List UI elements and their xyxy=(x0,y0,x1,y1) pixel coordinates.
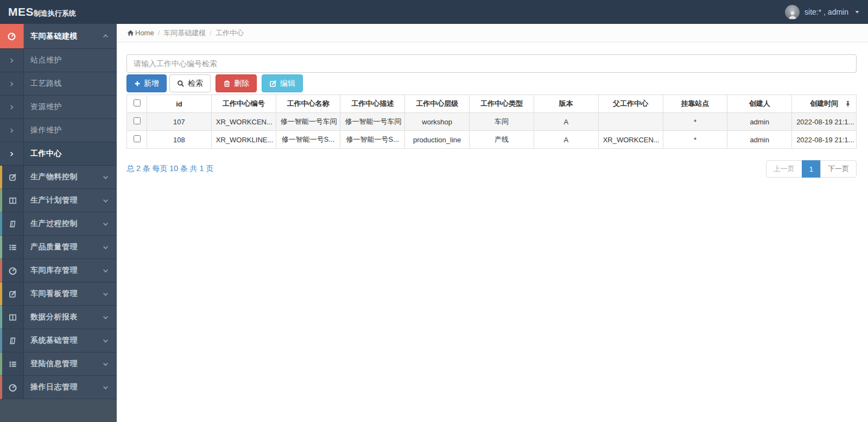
breadcrumb-item: 车间基础建模 xyxy=(163,28,206,38)
sidebar-item-label: 工作中心 xyxy=(24,142,117,165)
cell-version: A xyxy=(534,113,598,131)
cell-name: 修一智能一号S... xyxy=(276,131,340,149)
chevron-down-icon xyxy=(102,361,109,368)
edit-icon xyxy=(9,173,17,181)
table-row: 107 XR_WORKCEN... 修一智能一号车间 修一智能一号车间 work… xyxy=(127,113,857,131)
column-header-name: 工作中心名称 xyxy=(276,95,340,113)
table-header-row: id 工作中心编号 工作中心名称 工作中心描述 工作中心层级 工作中心类型 版本… xyxy=(127,95,857,113)
add-button[interactable]: 新增 xyxy=(126,74,167,92)
user-label: site:* , admin xyxy=(804,8,848,16)
chevron-down-icon xyxy=(102,337,109,344)
sidebar: 车间基础建模 站点维护 工艺路线 资源维护 操作维护 工作中心 生产物料控制 xyxy=(0,24,117,422)
delete-button-label: 删除 xyxy=(234,79,249,89)
search-button[interactable]: 检索 xyxy=(169,74,211,92)
edit-button[interactable]: 编辑 xyxy=(262,74,303,92)
pagination-summary[interactable]: 总 2 条 每页 10 条 共 1 页 xyxy=(126,164,213,174)
plus-icon xyxy=(134,80,141,87)
breadcrumb-item-current: 工作中心 xyxy=(216,28,244,38)
sidebar-item-work-center[interactable]: 工作中心 xyxy=(0,142,117,166)
search-button-label: 检索 xyxy=(188,79,203,89)
sidebar-group-label: 数据分析报表 xyxy=(24,306,102,329)
row-checkbox[interactable] xyxy=(134,135,141,142)
pagination-prev-button[interactable]: 上一页 xyxy=(766,160,802,178)
cell-creator: admin xyxy=(727,113,792,131)
row-select-cell xyxy=(127,131,147,149)
sidebar-item-resource-maintenance[interactable]: 资源维护 xyxy=(0,96,117,119)
sidebar-item-station-maintenance[interactable]: 站点维护 xyxy=(0,49,117,72)
edit-icon xyxy=(9,290,17,298)
sidebar-group-system-management[interactable]: 系统基础管理 xyxy=(0,329,117,352)
sidebar-group-material-control[interactable]: 生产物料控制 xyxy=(0,166,117,189)
cell-id: 107 xyxy=(147,113,212,131)
chevron-down-icon xyxy=(102,314,109,321)
edit-button-label: 编辑 xyxy=(280,79,295,89)
column-header-level: 工作中心层级 xyxy=(405,95,470,113)
breadcrumb-home[interactable]: Home xyxy=(127,29,154,37)
row-select-cell xyxy=(127,113,147,131)
column-header-created-time: 创建时间 xyxy=(792,95,857,113)
breadcrumb-home-label: Home xyxy=(135,29,154,37)
angle-right-icon xyxy=(9,128,15,134)
sidebar-group-login-info[interactable]: 登陆信息管理 xyxy=(0,352,117,376)
pager: 上一页 1 下一页 xyxy=(766,160,857,178)
chevron-up-icon xyxy=(102,33,109,40)
cell-parent: XR_WORKCEN... xyxy=(598,131,663,149)
angle-right-icon xyxy=(9,104,15,110)
pin-icon[interactable] xyxy=(845,100,851,107)
column-header-version: 版本 xyxy=(534,95,598,113)
list-icon xyxy=(9,243,17,251)
cell-description: 修一智能一号S... xyxy=(340,131,405,149)
sidebar-item-process-route[interactable]: 工艺路线 xyxy=(0,72,117,96)
cell-level: workshop xyxy=(405,113,470,131)
sidebar-group-inventory-management[interactable]: 车间库存管理 xyxy=(0,259,117,282)
chevron-down-icon xyxy=(102,174,109,181)
pagination-next-button[interactable]: 下一页 xyxy=(820,160,857,178)
angle-right-icon xyxy=(9,151,15,157)
breadcrumb-separator: / xyxy=(158,29,160,37)
pencil-square-icon xyxy=(269,80,277,87)
sidebar-item-operation-maintenance[interactable]: 操作维护 xyxy=(0,119,117,142)
sidebar-group-label: 车间看板管理 xyxy=(24,282,102,305)
toolbar: 新增 检索 删除 编辑 xyxy=(126,74,857,92)
sidebar-item-label: 操作维护 xyxy=(24,119,117,142)
search-input[interactable] xyxy=(126,54,857,73)
chevron-down-icon xyxy=(102,267,109,274)
sidebar-group-quality-management[interactable]: 产品质量管理 xyxy=(0,236,117,259)
chevron-down-icon xyxy=(102,244,109,251)
sidebar-group-workshop-modeling[interactable]: 车间基础建模 xyxy=(0,24,117,49)
app-logo: MES制造执行系统 xyxy=(8,5,76,18)
select-all-cell xyxy=(127,95,147,113)
column-header-type: 工作中心类型 xyxy=(470,95,534,113)
pagination: 总 2 条 每页 10 条 共 1 页 上一页 1 下一页 xyxy=(126,160,857,178)
cell-description: 修一智能一号车间 xyxy=(340,113,405,131)
sidebar-item-label: 站点维护 xyxy=(24,49,117,72)
row-checkbox[interactable] xyxy=(134,117,141,124)
sidebar-group-process-control[interactable]: 生产过程控制 xyxy=(0,212,117,236)
cell-code: XR_WORKLINE... xyxy=(211,131,276,149)
cell-type: 车间 xyxy=(470,113,534,131)
gauge-icon xyxy=(7,32,16,41)
column-header-created-time-label: 创建时间 xyxy=(810,99,838,108)
column-header-code: 工作中心编号 xyxy=(211,95,276,113)
cell-creator: admin xyxy=(727,131,792,149)
sidebar-group-label: 系统基础管理 xyxy=(24,329,102,352)
work-center-table: id 工作中心编号 工作中心名称 工作中心描述 工作中心层级 工作中心类型 版本… xyxy=(126,95,857,149)
sidebar-group-kanban-management[interactable]: 车间看板管理 xyxy=(0,282,117,306)
delete-button[interactable]: 删除 xyxy=(216,74,257,92)
book-icon xyxy=(9,337,17,345)
list-icon xyxy=(9,360,17,368)
home-icon xyxy=(127,29,134,36)
select-all-checkbox[interactable] xyxy=(134,99,141,106)
topbar: MES制造执行系统 site:* , admin xyxy=(0,0,868,24)
sidebar-group-label: 生产物料控制 xyxy=(24,166,102,188)
user-menu[interactable]: site:* , admin xyxy=(785,5,860,20)
sidebar-group-plan-management[interactable]: 生产计划管理 xyxy=(0,189,117,212)
chevron-down-icon xyxy=(102,291,109,298)
person-icon xyxy=(787,9,798,20)
cell-level: production_line xyxy=(405,131,470,149)
sidebar-group-label: 生产过程控制 xyxy=(24,212,102,235)
cell-created-time: 2022-08-19 21:1... xyxy=(792,131,857,149)
sidebar-group-data-analysis[interactable]: 数据分析报表 xyxy=(0,306,117,329)
sidebar-group-operation-log[interactable]: 操作日志管理 xyxy=(0,376,117,399)
pagination-page-1-button[interactable]: 1 xyxy=(802,160,821,178)
